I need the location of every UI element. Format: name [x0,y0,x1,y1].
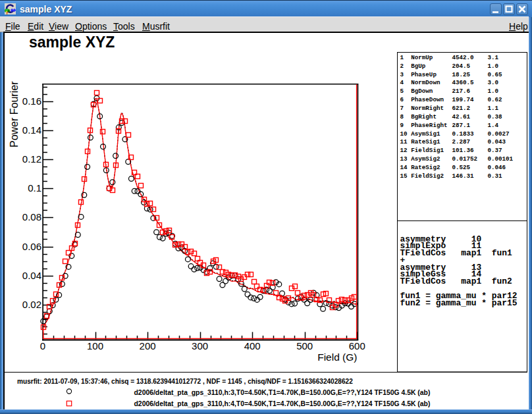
svg-text:0.1833: 0.1833 [452,130,475,138]
svg-text:14: 14 [400,164,408,171]
svg-text:100: 100 [87,340,103,351]
svg-text:1.0: 1.0 [488,88,499,95]
svg-text:BgDown: BgDown [411,88,433,95]
svg-text:300: 300 [192,340,208,351]
svg-text:AsymSig2: AsymSig2 [411,155,440,163]
svg-text:fun2 = gamma_mu * par15: fun2 = gamma_mu * par15 [400,298,518,308]
svg-text:Field (G): Field (G) [317,351,357,363]
svg-text:0.0027: 0.0027 [488,130,510,138]
svg-text:0.31: 0.31 [488,172,503,180]
svg-text:11: 11 [400,138,408,145]
svg-text:0.1: 0.1 [28,182,41,194]
svg-text:0.14: 0.14 [22,124,41,136]
svg-text:NormRight: NormRight [411,105,444,112]
svg-text:217.6: 217.6 [452,88,471,95]
svg-text:0.00101: 0.00101 [488,155,514,163]
svg-text:BgUp: BgUp [411,63,426,70]
svg-text:0.12: 0.12 [22,153,41,165]
svg-text:0.043: 0.043 [488,138,506,145]
svg-text:9: 9 [400,122,404,129]
svg-text:7: 7 [400,105,404,112]
svg-text:204.5: 204.5 [452,63,471,70]
svg-text:4: 4 [400,79,404,86]
svg-text:AsymSig1: AsymSig1 [411,130,440,138]
svg-text:PhaseUp: PhaseUp [411,71,437,78]
svg-text:8: 8 [400,113,404,120]
svg-text:199.74: 199.74 [452,96,475,103]
svg-text:0: 0 [40,340,45,351]
svg-text:1.4: 1.4 [488,122,499,129]
svg-text:NormDown: NormDown [411,79,440,86]
svg-text:d2006/deltat_pta_gps_3110,h:4,: d2006/deltat_pta_gps_3110,h:4,T0=4.50K,T… [134,400,431,407]
svg-text:0.06: 0.06 [22,241,41,252]
svg-text:3: 3 [400,71,404,78]
svg-text:15: 15 [400,172,408,180]
svg-text:0.046: 0.046 [488,164,506,171]
svg-text:0.16: 0.16 [22,95,41,107]
svg-text:500: 500 [296,340,313,351]
svg-text:0.37: 0.37 [488,147,502,154]
svg-text:2.287: 2.287 [452,138,471,145]
svg-text:0.02: 0.02 [22,299,41,310]
svg-text:Power Fourier: Power Fourier [9,81,20,147]
svg-text:600: 600 [349,340,365,351]
svg-text:42.61: 42.61 [452,113,471,120]
svg-text:200: 200 [140,340,156,351]
svg-text:4542.0: 4542.0 [452,54,474,61]
svg-text:3.1: 3.1 [488,54,499,61]
svg-text:BgRight: BgRight [411,113,437,120]
svg-text:RateSig1: RateSig1 [411,138,440,145]
svg-text:0.65: 0.65 [488,71,503,78]
svg-text:1: 1 [400,54,404,61]
svg-text:10: 10 [400,130,408,138]
svg-text:0.525: 0.525 [452,164,471,171]
svg-text:400: 400 [244,340,261,351]
svg-text:0.04: 0.04 [22,270,41,281]
svg-text:1.0: 1.0 [488,63,499,70]
svg-text:0.01752: 0.01752 [452,155,478,163]
svg-text:6: 6 [400,96,404,103]
svg-text:18.25: 18.25 [452,71,471,78]
svg-text:FieldSig1: FieldSig1 [411,147,444,154]
svg-text:12: 12 [400,147,408,154]
svg-text:sample XYZ: sample XYZ [29,34,115,51]
svg-text:d2006/deltat_pta_gps_3110,h:3,: d2006/deltat_pta_gps_3110,h:3,T0=4.50K,T… [134,389,431,396]
svg-text:287.1: 287.1 [452,122,471,129]
svg-text:4360.5: 4360.5 [452,79,475,86]
svg-text:13: 13 [400,155,408,163]
svg-text:146.31: 146.31 [452,172,475,180]
svg-text:TFieldCos map1 fun1: TFieldCos map1 fun1 [400,248,512,258]
svg-text:0.38: 0.38 [488,113,503,120]
svg-text:NormUp: NormUp [411,54,433,61]
svg-text:PhaseRight: PhaseRight [411,122,447,129]
svg-text:PhaseDown: PhaseDown [411,96,444,103]
svg-text:RateSig2: RateSig2 [411,164,440,171]
svg-text:101.36: 101.36 [452,147,474,154]
svg-text:musrfit: 2011-07-09, 15:37:46,: musrfit: 2011-07-09, 15:37:46, chisq = 1… [17,378,353,385]
svg-text:2: 2 [400,63,404,70]
svg-text:0.08: 0.08 [22,211,41,222]
svg-text:5: 5 [400,88,404,95]
svg-text:0.62: 0.62 [488,96,502,103]
svg-text:TFieldCos map1 fun2: TFieldCos map1 fun2 [400,276,512,286]
svg-text:1.1: 1.1 [488,105,499,112]
svg-text:621.2: 621.2 [452,105,471,112]
svg-text:FieldSig2: FieldSig2 [411,172,444,180]
svg-text:3.0: 3.0 [488,79,499,86]
